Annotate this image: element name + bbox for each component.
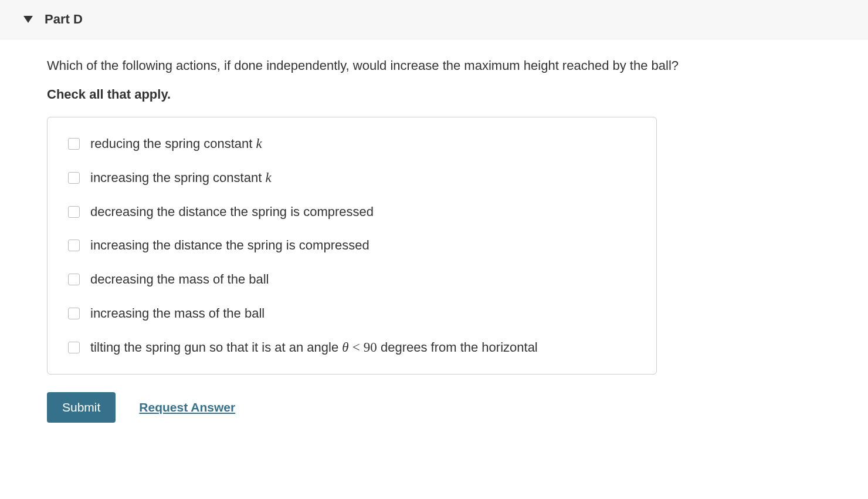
question-text: Which of the following actions, if done … (47, 57, 821, 75)
checkbox[interactable] (68, 274, 80, 285)
option-label: decreasing the distance the spring is co… (90, 203, 374, 221)
option-row: increasing the mass of the ball (68, 305, 636, 322)
part-header: Part D (0, 0, 868, 39)
checkbox[interactable] (68, 342, 80, 353)
checkbox[interactable] (68, 138, 80, 150)
option-row: tilting the spring gun so that it is at … (68, 339, 636, 356)
option-label: increasing the mass of the ball (90, 305, 265, 322)
option-text-before: increasing the distance the spring is co… (90, 238, 369, 252)
option-text-before: decreasing the distance the spring is co… (90, 204, 374, 219)
collapse-icon[interactable] (23, 16, 33, 23)
option-text-after: degrees from the horizontal (377, 340, 538, 355)
question-instruction: Check all that apply. (47, 87, 821, 102)
option-math: k (265, 170, 271, 185)
option-row: increasing the spring constant k (68, 169, 636, 187)
option-row: decreasing the mass of the ball (68, 271, 636, 288)
option-label: increasing the distance the spring is co… (90, 237, 369, 254)
question-content: Which of the following actions, if done … (0, 39, 868, 446)
option-row: reducing the spring constant k (68, 135, 636, 153)
option-math: θ < 90 (342, 340, 377, 355)
checkbox[interactable] (68, 172, 80, 184)
option-label: increasing the spring constant k (90, 169, 272, 187)
submit-button[interactable]: Submit (47, 392, 116, 423)
option-math: k (256, 136, 262, 151)
checkbox[interactable] (68, 240, 80, 251)
option-text-before: reducing the spring constant (90, 136, 256, 151)
option-text-before: increasing the mass of the ball (90, 306, 265, 321)
option-text-before: decreasing the mass of the ball (90, 272, 269, 286)
part-title: Part D (45, 12, 83, 27)
option-row: increasing the distance the spring is co… (68, 237, 636, 254)
checkbox[interactable] (68, 206, 80, 218)
options-box: reducing the spring constant k increasin… (47, 117, 657, 375)
actions-bar: Submit Request Answer (47, 392, 821, 423)
option-label: tilting the spring gun so that it is at … (90, 339, 538, 356)
request-answer-link[interactable]: Request Answer (139, 400, 235, 414)
checkbox[interactable] (68, 308, 80, 319)
option-label: decreasing the mass of the ball (90, 271, 269, 288)
option-label: reducing the spring constant k (90, 135, 262, 153)
option-text-before: tilting the spring gun so that it is at … (90, 340, 342, 355)
option-row: decreasing the distance the spring is co… (68, 203, 636, 221)
option-text-before: increasing the spring constant (90, 170, 265, 185)
